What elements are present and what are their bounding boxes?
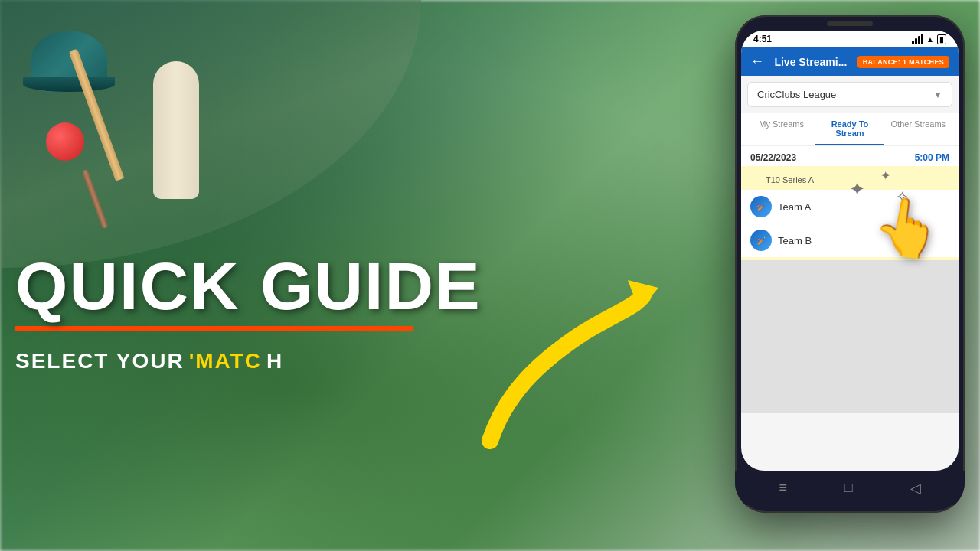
- wifi-icon: ▲: [926, 35, 934, 44]
- team-b-name: Team B: [778, 235, 812, 246]
- sparkle-icon: ✦: [850, 180, 864, 200]
- match-highlight: 'MATC: [189, 349, 262, 373]
- nav-home-icon[interactable]: □: [844, 480, 853, 496]
- quick-guide-title: QUICK GUIDE: [15, 253, 482, 320]
- dropdown-arrow-icon: ▼: [933, 90, 942, 100]
- match-time: 5:00 PM: [915, 152, 949, 163]
- pad-shape: [153, 61, 199, 199]
- tab-other-streams[interactable]: Other Streams: [884, 113, 952, 145]
- team-b-icon-letter: 🏏: [756, 236, 766, 245]
- nav-menu-icon[interactable]: ≡: [779, 480, 787, 496]
- team-a-icon: 🏏: [750, 196, 772, 217]
- phone-notch: [827, 21, 873, 26]
- arrow-graphic: [444, 242, 674, 474]
- helmet-brim: [23, 77, 115, 92]
- series-label: T10 Series A: [760, 173, 820, 187]
- signal-icon: [912, 34, 923, 44]
- tab-ready-to-stream[interactable]: Ready To Stream: [815, 113, 884, 145]
- team-a-icon-letter: 🏏: [756, 203, 766, 211]
- app-header: ← Live Streami... BALANCE: 1 MATCHES: [741, 47, 959, 76]
- hand-cursor-icon: 👆: [867, 190, 946, 266]
- team-a-name: Team A: [778, 201, 811, 213]
- back-button[interactable]: ←: [750, 54, 764, 70]
- team-b-icon: 🏏: [750, 230, 772, 251]
- header-title: Live Streami...: [774, 56, 847, 68]
- match-date: 05/22/2023: [750, 152, 796, 163]
- nav-back-icon[interactable]: ◁: [910, 480, 921, 497]
- sparkle-icon-2: ✦: [880, 168, 890, 183]
- cursor-area: ✦ ✦ ✧ 👆: [873, 195, 942, 260]
- battery-icon: ▮: [937, 34, 946, 44]
- select-prefix: SELECT YOUR: [15, 349, 185, 373]
- league-selector[interactable]: CricClubs League ▼: [747, 82, 952, 107]
- guide-underline: [15, 326, 413, 331]
- screen-rest: [741, 260, 959, 413]
- match-suffix: H: [266, 349, 283, 373]
- status-time: 4:51: [753, 34, 772, 44]
- phone-bottom-nav: ≡ □ ◁: [735, 471, 965, 505]
- league-name: CricClubs League: [757, 89, 836, 100]
- ball-shape: [46, 122, 84, 161]
- status-icons: ▲ ▮: [912, 34, 946, 44]
- tabs-container: My Streams Ready To Stream Other Streams: [741, 113, 959, 146]
- status-bar: 4:51 ▲ ▮: [741, 31, 959, 47]
- left-panel: QUICK GUIDE SELECT YOUR 'MATC H: [15, 253, 482, 373]
- bat-handle: [82, 169, 109, 229]
- balance-badge: BALANCE: 1 MATCHES: [858, 56, 949, 68]
- match-date-row: 05/22/2023 5:00 PM: [741, 146, 959, 166]
- tab-my-streams[interactable]: My Streams: [747, 113, 815, 145]
